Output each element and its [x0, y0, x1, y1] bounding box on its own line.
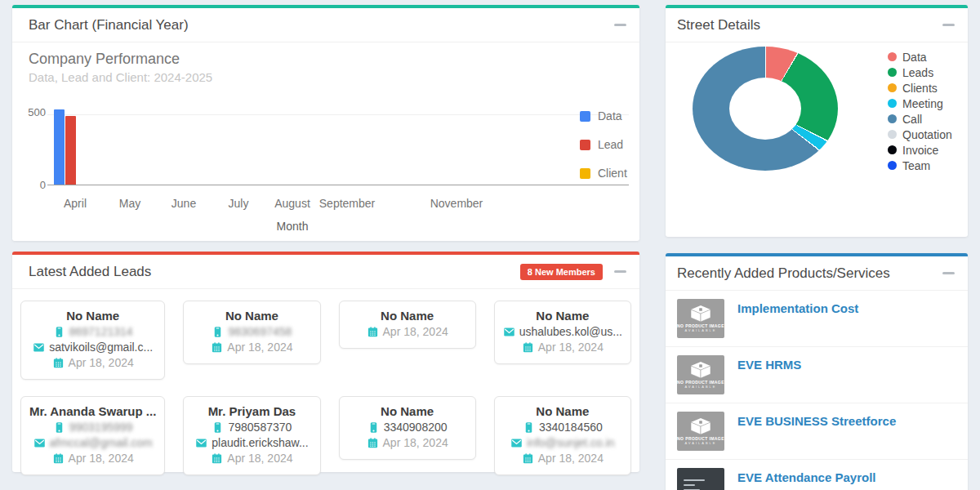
donut-legend: Data Leads Clients Meeting Call Quotatio… [888, 49, 952, 173]
lead-card[interactable]: No Name 9830697458 Apr 18, 2024 [183, 301, 320, 364]
gridline-500 [47, 114, 629, 115]
legend-dot-quotation [888, 130, 897, 139]
legend-item-lead[interactable]: Lead [580, 138, 627, 151]
product-name-link[interactable]: Implementation Cost [737, 301, 858, 315]
collapse-icon[interactable] [942, 24, 955, 26]
legend-swatch-lead [580, 140, 590, 150]
product-row: NO PRODUCT IMAGE AVAILABLE Implementatio… [666, 291, 968, 347]
product-row: NO PRODUCT IMAGE AVAILABLE EVE BUSINESS … [666, 403, 968, 460]
lead-phone: 7980587370 [192, 421, 311, 434]
lead-phone: 9830697458 [192, 325, 311, 338]
legend-dot-invoice [888, 145, 897, 154]
lead-card[interactable]: No Name ushalubes.kol@us... Apr 18, 2024 [494, 301, 631, 364]
bar-chart-legend: Data Lead Client [580, 109, 627, 195]
street-details-header: Street Details [666, 8, 968, 42]
legend-label-data: Data [598, 109, 622, 122]
lead-name: No Name [348, 309, 467, 323]
lead-date: Apr 18, 2024 [348, 325, 467, 338]
x-label-november: November [430, 197, 483, 210]
product-name-link[interactable]: EVE Attendance Payroll [737, 470, 876, 484]
legend-label-team: Team [902, 159, 930, 172]
donut-hole [729, 78, 801, 140]
mail-icon [195, 437, 207, 449]
lead-phone: 9903195999 [29, 421, 156, 434]
legend-item-invoice[interactable]: Invoice [888, 142, 952, 158]
product-name-link[interactable]: EVE HRMS [737, 358, 801, 372]
bar-chart-plot-area [47, 106, 629, 185]
legend-item-client[interactable]: Client [580, 167, 627, 180]
legend-swatch-data [580, 111, 590, 122]
bar-data-april[interactable] [54, 109, 65, 185]
lead-email: plaudit.erickshaw... [192, 436, 311, 449]
bar-lead-april[interactable] [65, 116, 76, 185]
products-panel: Recently Added Products/Services NO PROD… [666, 253, 968, 490]
x-label-september: September [319, 197, 375, 210]
lead-date: Apr 18, 2024 [503, 452, 622, 465]
mail-icon [33, 437, 46, 449]
legend-label-invoice: Invoice [902, 144, 938, 157]
legend-dot-clients [888, 83, 897, 92]
calendar-icon [211, 452, 223, 465]
no-product-image-placeholder: NO PRODUCT IMAGE AVAILABLE [677, 355, 724, 394]
calendar-icon [367, 437, 379, 449]
legend-item-data[interactable]: Data [580, 109, 627, 122]
mail-icon [33, 341, 45, 354]
package-box-icon [688, 417, 713, 435]
lead-card[interactable]: No Name 3340908200 Apr 18, 2024 [339, 396, 476, 460]
legend-swatch-client [580, 168, 590, 179]
legend-item-quotation[interactable]: Quotation [888, 127, 952, 142]
lead-card[interactable]: Mr. Priyam Das 7980587370 plaudit.ericks… [183, 396, 320, 475]
calendar-icon [211, 341, 223, 354]
bar-chart-panel-header: Bar Chart (Financial Year) [12, 8, 639, 42]
bar-chart-panel-title: Bar Chart (Financial Year) [29, 17, 614, 33]
product-name-link[interactable]: EVE BUSINESS Streetforce [737, 414, 896, 428]
x-label-june: June [172, 197, 196, 210]
calendar-icon [367, 326, 379, 338]
phone-icon [368, 421, 380, 434]
no-product-image-placeholder: NO PRODUCT IMAGE AVAILABLE [677, 299, 724, 338]
products-title: Recently Added Products/Services [677, 265, 942, 282]
street-details-panel: Street Details Data Leads Clients Meetin… [666, 5, 968, 237]
legend-dot-meeting [888, 99, 897, 108]
bar-chart-panel: Bar Chart (Financial Year) Company Perfo… [12, 5, 639, 241]
legend-item-meeting[interactable]: Meeting [888, 96, 952, 111]
legend-dot-team [888, 161, 897, 170]
x-axis-labels: April May June July August September Nov… [12, 197, 639, 210]
legend-item-data[interactable]: Data [888, 49, 952, 65]
lead-name: No Name [29, 309, 156, 323]
x-label-july: July [229, 197, 249, 210]
latest-leads-header: Latest Added Leads 8 New Members [12, 255, 639, 289]
calendar-icon [522, 341, 534, 354]
phone-icon [53, 421, 65, 434]
legend-label-leads: Leads [902, 66, 933, 79]
lead-card[interactable]: No Name 8697121314 satvikoils@gmail.c...… [20, 301, 165, 380]
lead-card[interactable]: No Name Apr 18, 2024 [339, 301, 476, 349]
y-tick-500: 500 [24, 106, 46, 118]
lead-name: Mr. Priyam Das [192, 404, 311, 418]
chart-subtitle: Data, Lead and Client: 2024-2025 [29, 70, 212, 84]
lead-name: Mr. Ananda Swarup ... [29, 404, 156, 418]
view-all-leads-link[interactable]: View All Leads [12, 475, 639, 490]
y-tick-0: 0 [24, 179, 46, 191]
products-header: Recently Added Products/Services [666, 256, 968, 291]
lead-date: Apr 18, 2024 [192, 452, 311, 465]
lead-name: No Name [503, 309, 622, 323]
lead-date: Apr 18, 2024 [29, 356, 156, 369]
legend-item-team[interactable]: Team [888, 158, 952, 173]
lead-card[interactable]: Mr. Ananda Swarup ... 9903195999 afmccal… [20, 396, 165, 475]
collapse-icon[interactable] [942, 272, 955, 274]
collapse-icon[interactable] [614, 270, 626, 273]
collapse-icon[interactable] [614, 24, 626, 26]
legend-dot-data [888, 52, 897, 61]
legend-item-clients[interactable]: Clients [888, 80, 952, 96]
lead-name: No Name [503, 404, 622, 418]
donut-chart[interactable] [693, 47, 838, 171]
legend-item-leads[interactable]: Leads [888, 65, 952, 80]
phone-icon [212, 326, 224, 338]
lead-email: info@sunjet.co.in [503, 436, 622, 449]
lead-date: Apr 18, 2024 [348, 436, 467, 449]
phone-icon [523, 421, 535, 434]
lead-card[interactable]: No Name 3340184560 info@sunjet.co.in Apr… [494, 396, 631, 475]
product-row: NO PRODUCT IMAGE AVAILABLE EVE HRMS [666, 347, 968, 403]
legend-item-call[interactable]: Call [888, 111, 952, 127]
